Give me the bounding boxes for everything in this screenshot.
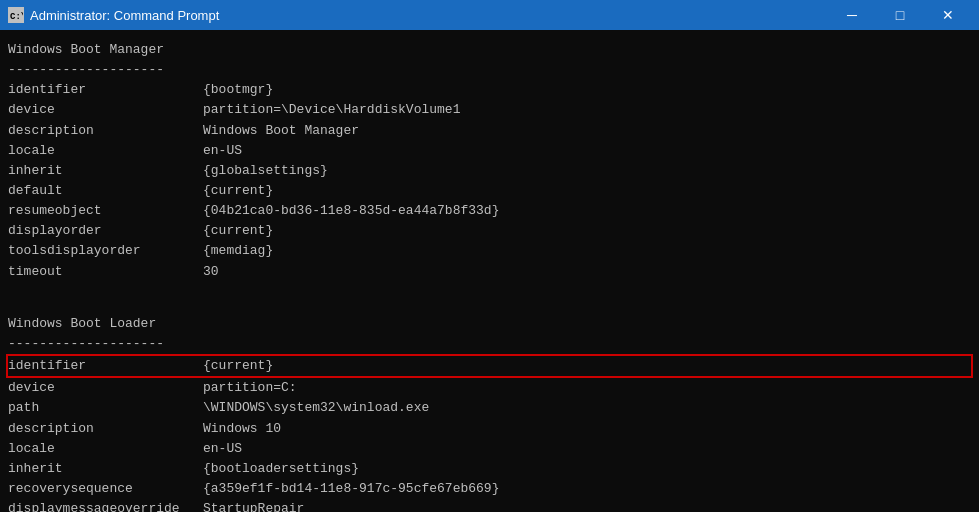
table-row: localeen-US	[8, 439, 971, 459]
row-value: StartupRepair	[203, 499, 304, 512]
maximize-button[interactable]: □	[877, 0, 923, 30]
row-value: {04b21ca0-bd36-11e8-835d-ea44a7b8f33d}	[203, 201, 499, 221]
row-value: {current}	[203, 181, 273, 201]
row-key: inherit	[8, 161, 203, 181]
table-row: descriptionWindows Boot Manager	[8, 121, 971, 141]
table-row: timeout30	[8, 262, 971, 282]
boot-manager-label: Windows Boot Manager	[8, 40, 971, 60]
table-row: devicepartition=\Device\HarddiskVolume1	[8, 100, 971, 120]
title-bar-left: C:\ Administrator: Command Prompt	[8, 7, 219, 23]
table-row: toolsdisplayorder{memdiag}	[8, 241, 971, 261]
boot-loader-section: identifier{current}devicepartition=C:pat…	[8, 354, 971, 512]
row-value: {bootmgr}	[203, 80, 273, 100]
minimize-button[interactable]: ─	[829, 0, 875, 30]
row-value: {current}	[203, 221, 273, 241]
boot-loader-label: Windows Boot Loader	[8, 314, 971, 334]
row-key: recoverysequence	[8, 479, 203, 499]
table-row: descriptionWindows 10	[8, 419, 971, 439]
row-value: partition=C:	[203, 378, 297, 398]
table-row: inherit{globalsettings}	[8, 161, 971, 181]
table-row: localeen-US	[8, 141, 971, 161]
svg-text:C:\: C:\	[10, 12, 23, 22]
row-key: displaymessageoverride	[8, 499, 203, 512]
table-row: resumeobject{04b21ca0-bd36-11e8-835d-ea4…	[8, 201, 971, 221]
table-row: inherit{bootloadersettings}	[8, 459, 971, 479]
title-bar: C:\ Administrator: Command Prompt ─ □ ✕	[0, 0, 979, 30]
row-value: {memdiag}	[203, 241, 273, 261]
row-key: description	[8, 419, 203, 439]
row-value: Windows Boot Manager	[203, 121, 359, 141]
row-value: {current}	[203, 356, 273, 376]
table-row: default{current}	[8, 181, 971, 201]
boot-loader-separator: --------------------	[8, 334, 971, 354]
row-value: {bootloadersettings}	[203, 459, 359, 479]
section-spacer	[8, 288, 971, 308]
row-value: {globalsettings}	[203, 161, 328, 181]
row-value: en-US	[203, 141, 242, 161]
table-row: devicepartition=C:	[8, 378, 971, 398]
boot-manager-section: Windows Boot Manager--------------------…	[8, 40, 971, 282]
row-key: device	[8, 100, 203, 120]
console-area: Windows Boot Manager--------------------…	[0, 30, 979, 512]
row-key: resumeobject	[8, 201, 203, 221]
row-key: displayorder	[8, 221, 203, 241]
row-value: en-US	[203, 439, 242, 459]
row-value: \WINDOWS\system32\winload.exe	[203, 398, 429, 418]
table-row: identifier{current}	[6, 354, 973, 378]
row-key: timeout	[8, 262, 203, 282]
close-button[interactable]: ✕	[925, 0, 971, 30]
row-key: inherit	[8, 459, 203, 479]
app-icon: C:\	[8, 7, 24, 23]
row-value: {a359ef1f-bd14-11e8-917c-95cfe67eb669}	[203, 479, 499, 499]
row-key: device	[8, 378, 203, 398]
window-title: Administrator: Command Prompt	[30, 8, 219, 23]
row-value: partition=\Device\HarddiskVolume1	[203, 100, 460, 120]
table-row: displayorder{current}	[8, 221, 971, 241]
row-key: identifier	[8, 80, 203, 100]
boot-manager-separator: --------------------	[8, 60, 971, 80]
row-key: toolsdisplayorder	[8, 241, 203, 261]
row-key: path	[8, 398, 203, 418]
table-row: path\WINDOWS\system32\winload.exe	[8, 398, 971, 418]
row-key: description	[8, 121, 203, 141]
row-key: locale	[8, 439, 203, 459]
row-key: default	[8, 181, 203, 201]
table-row: identifier{bootmgr}	[8, 80, 971, 100]
row-key: locale	[8, 141, 203, 161]
table-row: recoverysequence{a359ef1f-bd14-11e8-917c…	[8, 479, 971, 499]
row-value: 30	[203, 262, 219, 282]
row-value: Windows 10	[203, 419, 281, 439]
table-row: displaymessageoverrideStartupRepair	[8, 499, 971, 512]
row-key: identifier	[8, 356, 203, 376]
window-controls: ─ □ ✕	[829, 0, 971, 30]
